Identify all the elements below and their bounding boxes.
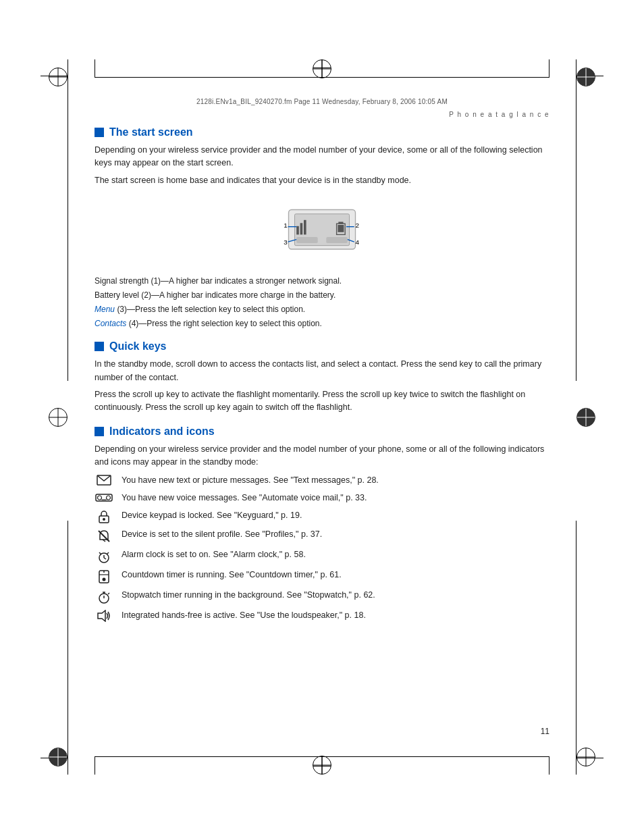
countdown-icon xyxy=(95,569,113,584)
page: 2128i.ENv1a_BIL_9240270.fm Page 11 Wedne… xyxy=(0,0,644,834)
icon-description: You have new text or picture messages. S… xyxy=(122,474,549,487)
icon-list-item: You have new voice messages. See "Automa… xyxy=(95,492,549,504)
menu-label: Menu (3)—Press the left selection key to… xyxy=(95,303,549,315)
quick-keys-para2: Press the scroll up key to activate the … xyxy=(95,388,549,415)
start-screen-section: The start screen xyxy=(95,126,549,138)
blue-square-icon-3 xyxy=(95,427,104,436)
icon-list: You have new text or picture messages. S… xyxy=(95,474,549,622)
silent-icon xyxy=(95,528,113,544)
svg-rect-9 xyxy=(326,237,348,243)
vtick-tr xyxy=(549,59,549,77)
svg-point-24 xyxy=(103,518,105,521)
icon-list-item: Integrated hands-free is active. See "Us… xyxy=(95,609,549,622)
indicators-intro: Depending on your wireless service provi… xyxy=(95,443,549,469)
svg-rect-6 xyxy=(338,222,343,224)
reg-mark-ml xyxy=(49,408,68,427)
svg-marker-41 xyxy=(98,610,105,621)
quick-keys-para1: In the standby mode, scroll down to acce… xyxy=(95,358,549,384)
reg-mark-bl xyxy=(49,748,68,766)
icon-description: You have new voice messages. See "Automa… xyxy=(122,492,549,504)
alarm-icon xyxy=(95,548,113,564)
signal-label: Signal strength (1)—A higher bar indicat… xyxy=(95,275,549,287)
contacts-label: Contacts (4)—Press the right selection k… xyxy=(95,317,549,330)
svg-text:4: 4 xyxy=(356,238,360,246)
reg-mark-tr xyxy=(576,68,595,86)
icon-list-item: Countdown timer is running. See "Countdo… xyxy=(95,569,549,584)
speaker-icon xyxy=(95,609,113,622)
blue-square-icon-2 xyxy=(95,342,104,351)
reg-mark-br xyxy=(576,748,595,766)
indicators-section: Indicators and icons xyxy=(95,425,549,438)
contacts-link: Contacts xyxy=(95,319,126,328)
vtick-bl xyxy=(95,757,95,775)
menu-label-text: (3)—Press the left selection key to sele… xyxy=(117,305,305,314)
stopwatch-icon xyxy=(95,589,113,604)
quick-keys-title: Quick keys xyxy=(109,340,167,353)
icon-description: Device is set to the silent profile. See… xyxy=(122,528,549,541)
svg-rect-2 xyxy=(296,226,299,235)
svg-rect-4 xyxy=(304,220,306,235)
svg-line-30 xyxy=(99,552,101,554)
start-screen-para2: The start screen is home base and indica… xyxy=(95,174,549,187)
reg-mark-tc xyxy=(313,59,331,78)
svg-text:1: 1 xyxy=(284,221,288,229)
section-label: P h o n e a t a g l a n c e xyxy=(95,111,549,118)
icon-list-item: Stopwatch timer running in the backgroun… xyxy=(95,589,549,604)
page-number: 11 xyxy=(541,727,549,736)
phone-diagram: 1 2 3 4 xyxy=(95,201,549,261)
battery-label: Battery level (2)—A higher bar indicates… xyxy=(95,289,549,301)
svg-point-34 xyxy=(103,577,106,581)
blue-square-icon xyxy=(95,128,104,137)
side-line-left-top xyxy=(68,77,68,381)
reg-mark-tl xyxy=(49,68,68,86)
envelope-icon xyxy=(95,474,113,486)
side-line-left-bot xyxy=(68,521,68,757)
icon-list-item: Device keypad is locked. See "Keyguard,"… xyxy=(95,509,549,523)
icon-description: Stopwatch timer running in the backgroun… xyxy=(122,589,549,602)
svg-point-20 xyxy=(98,496,102,500)
svg-line-31 xyxy=(107,552,109,554)
contacts-label-text: (4)—Press the right selection key to sel… xyxy=(129,319,322,328)
icon-list-item: Alarm clock is set to on. See "Alarm clo… xyxy=(95,548,549,564)
diagram-labels: Signal strength (1)—A higher bar indicat… xyxy=(95,275,549,330)
start-screen-title: The start screen xyxy=(109,126,193,138)
start-screen-para1: Depending on your wireless service provi… xyxy=(95,144,549,170)
content-area: 2128i.ENv1a_BIL_9240270.fm Page 11 Wedne… xyxy=(95,98,549,627)
svg-text:2: 2 xyxy=(356,221,360,229)
keylock-icon xyxy=(95,509,113,523)
indicators-title: Indicators and icons xyxy=(109,425,215,438)
icon-list-item: Device is set to the silent profile. See… xyxy=(95,528,549,544)
svg-point-21 xyxy=(107,496,111,500)
svg-line-40 xyxy=(108,593,109,594)
reg-mark-bc xyxy=(313,756,331,775)
icon-description: Countdown timer is running. See "Countdo… xyxy=(122,569,549,581)
reg-mark-mr xyxy=(576,408,595,427)
side-line-right-top xyxy=(576,77,576,381)
icon-description: Device keypad is locked. See "Keyguard,"… xyxy=(122,509,549,522)
quick-keys-section: Quick keys xyxy=(95,340,549,353)
icon-description: Integrated hands-free is active. See "Us… xyxy=(122,609,549,622)
file-info: 2128i.ENv1a_BIL_9240270.fm Page 11 Wedne… xyxy=(95,98,549,105)
menu-link: Menu xyxy=(95,305,115,314)
svg-rect-3 xyxy=(300,223,303,234)
vtick-tl xyxy=(95,59,95,77)
svg-rect-8 xyxy=(296,237,318,243)
side-line-right-bot xyxy=(576,521,576,757)
svg-rect-7 xyxy=(338,225,344,232)
vtick-br xyxy=(549,757,549,775)
icon-list-item: You have new text or picture messages. S… xyxy=(95,474,549,487)
voicemail-icon xyxy=(95,492,113,503)
svg-text:3: 3 xyxy=(284,238,288,246)
icon-description: Alarm clock is set to on. See "Alarm clo… xyxy=(122,548,549,561)
